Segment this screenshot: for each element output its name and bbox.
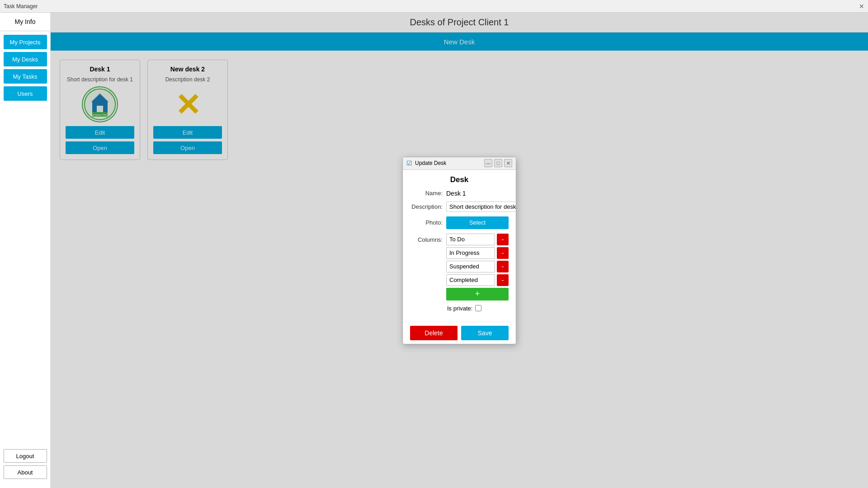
columns-label: Columns: xyxy=(410,234,446,243)
private-checkbox[interactable] xyxy=(475,305,481,311)
save-button[interactable]: Save xyxy=(461,326,509,340)
name-value: Desk 1 xyxy=(446,190,466,197)
modal-maximize-button[interactable]: □ xyxy=(494,159,502,167)
private-label: Is private: xyxy=(447,305,472,312)
photo-label: Photo: xyxy=(410,219,446,226)
column-completed-name: Completed xyxy=(446,274,495,286)
modal-body: Desk Name: Desk 1 Description: Photo: xyxy=(403,170,516,322)
column-suspended-name: Suspended xyxy=(446,261,495,272)
sidebar-bottom: Logout About xyxy=(0,446,50,488)
column-row-completed: Completed - xyxy=(446,274,509,286)
title-bar: Task Manager ✕ xyxy=(0,0,868,13)
modal-title: Desk xyxy=(410,175,509,184)
name-label: Name: xyxy=(410,190,446,197)
about-button[interactable]: About xyxy=(4,465,47,479)
app-title: Task Manager xyxy=(4,3,38,9)
delete-button[interactable]: Delete xyxy=(410,326,458,340)
title-bar-close[interactable]: ✕ xyxy=(859,3,864,10)
column-completed-remove-button[interactable]: - xyxy=(497,274,509,286)
column-todo-name: To Do xyxy=(446,234,495,245)
column-row-inprogress: In Progress - xyxy=(446,247,509,259)
description-label: Description: xyxy=(410,203,446,210)
sidebar-item-my-projects[interactable]: My Projects xyxy=(4,35,47,49)
column-row-todo: To Do - xyxy=(446,234,509,245)
sidebar-item-my-desks[interactable]: My Desks xyxy=(4,52,47,66)
modal-minimize-button[interactable]: — xyxy=(484,159,492,167)
description-input[interactable] xyxy=(446,202,516,212)
modal-footer: Delete Save xyxy=(403,322,516,344)
sidebar-item-my-tasks[interactable]: My Tasks xyxy=(4,69,47,84)
sidebar-item-users[interactable]: Users xyxy=(4,86,47,101)
sidebar-top: My Info xyxy=(0,13,50,31)
column-inprogress-remove-button[interactable]: - xyxy=(497,247,509,259)
form-row-name: Name: Desk 1 xyxy=(410,190,509,197)
modal-titlebar-controls: — □ ✕ xyxy=(484,159,512,167)
modal-titlebar-title: Update Desk xyxy=(415,160,446,166)
form-row-photo: Photo: Select xyxy=(410,216,509,229)
column-inprogress-name: In Progress xyxy=(446,247,495,259)
columns-section: Columns: To Do - In Progress xyxy=(410,234,509,300)
sidebar: My Info My Projects My Desks My Tasks Us… xyxy=(0,13,51,488)
sidebar-nav: My Projects My Desks My Tasks Users xyxy=(0,31,50,101)
form-row-description: Description: xyxy=(410,202,509,212)
private-row: Is private: xyxy=(410,305,509,312)
sidebar-myinfo[interactable]: My Info xyxy=(0,13,50,31)
column-todo-remove-button[interactable]: - xyxy=(497,234,509,245)
column-suspended-remove-button[interactable]: - xyxy=(497,261,509,272)
column-row-suspended: Suspended - xyxy=(446,261,509,272)
photo-select-button[interactable]: Select xyxy=(446,216,509,229)
columns-list: To Do - In Progress - xyxy=(446,234,509,300)
add-column-button[interactable]: + xyxy=(446,288,509,300)
modal-titlebar-left: ☑ Update Desk xyxy=(406,160,446,167)
main-content: Desks of Project Client 1 New Desk Desk … xyxy=(51,13,868,488)
update-desk-modal: ☑ Update Desk — □ ✕ Desk Name: Des xyxy=(402,157,516,344)
logout-button[interactable]: Logout xyxy=(4,449,47,463)
modal-close-button[interactable]: ✕ xyxy=(504,159,512,167)
modal-icon: ☑ xyxy=(406,160,412,167)
modal-overlay: ☑ Update Desk — □ ✕ Desk Name: Des xyxy=(51,13,868,488)
modal-titlebar: ☑ Update Desk — □ ✕ xyxy=(403,157,516,170)
